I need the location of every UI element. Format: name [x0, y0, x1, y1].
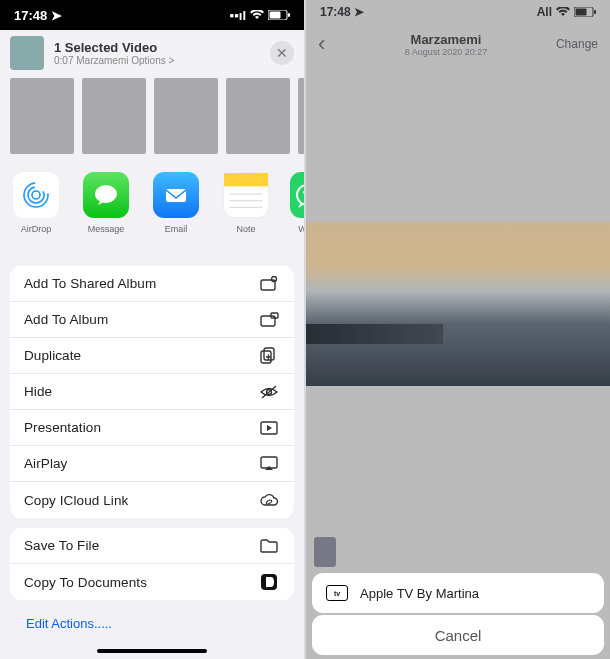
apple-tv-icon: [326, 585, 348, 601]
present-icon: [258, 421, 280, 435]
share-app-airdrop[interactable]: AirDrop: [10, 172, 62, 260]
row-label: AirPlay: [24, 456, 67, 471]
row-duplicate[interactable]: Duplicate: [10, 338, 294, 374]
message-icon: [83, 172, 129, 218]
thumbnail-tile[interactable]: [82, 78, 146, 154]
row-copy-to-documents[interactable]: Copy To Documents: [10, 564, 294, 600]
row-label: Copy To Documents: [24, 575, 147, 590]
signal-icon: ▪▪ıl: [230, 8, 246, 23]
share-app-whatsapp[interactable]: Wh: [290, 172, 304, 260]
row-save-to-file[interactable]: Save To File: [10, 528, 294, 564]
svg-point-6: [95, 185, 117, 203]
airdrop-icon: [13, 172, 59, 218]
app-label: Wh: [298, 224, 304, 234]
note-icon: [223, 172, 269, 218]
modal-overlay[interactable]: [306, 0, 610, 659]
cloud-icon: [258, 493, 280, 507]
row-label: Duplicate: [24, 348, 81, 363]
close-icon: ✕: [276, 45, 288, 61]
docs-icon: [258, 573, 280, 591]
duplicate-icon: [258, 347, 280, 365]
share-header: 1 Selected Video 0:07 Marzamemi Options …: [0, 30, 304, 76]
airplay-device-row[interactable]: Apple TV By Martina: [312, 573, 604, 613]
media-thumbnails: [0, 78, 304, 158]
device-name: Apple TV By Martina: [360, 586, 479, 601]
svg-point-12: [297, 185, 304, 205]
row-add-to-shared-album[interactable]: Add To Shared Album: [10, 266, 294, 302]
selected-count: 1 Selected Video: [54, 40, 270, 55]
row-label: Hide: [24, 384, 52, 399]
hide-icon: [258, 385, 280, 399]
row-label: Add To Shared Album: [24, 276, 156, 291]
svg-point-3: [32, 191, 40, 199]
wifi-icon: [250, 10, 264, 20]
cancel-label: Cancel: [435, 627, 482, 644]
row-add-to-album[interactable]: Add To Album: [10, 302, 294, 338]
thumbnail-tile[interactable]: [226, 78, 290, 154]
app-label: Email: [165, 224, 188, 234]
folder-icon: [258, 539, 280, 553]
action-group-1: Add To Shared Album Add To Album Duplica…: [10, 266, 294, 518]
svg-rect-8: [224, 173, 268, 186]
share-app-message[interactable]: Message: [80, 172, 132, 260]
whatsapp-icon: [290, 172, 304, 218]
app-label: Note: [236, 224, 255, 234]
row-copy-icloud-link[interactable]: Copy ICloud Link: [10, 482, 294, 518]
battery-icon: [268, 10, 290, 20]
airplay-icon: [258, 456, 280, 471]
status-time: 17:48: [14, 8, 47, 23]
header-thumbnail: [10, 36, 44, 70]
share-app-email[interactable]: Email: [150, 172, 202, 260]
home-indicator[interactable]: [97, 649, 207, 653]
location-icon: ➤: [51, 8, 62, 23]
row-airplay[interactable]: AirPlay: [10, 446, 294, 482]
svg-point-23: [266, 499, 273, 505]
svg-rect-2: [288, 13, 290, 17]
album-icon: [258, 312, 280, 328]
row-label: Save To File: [24, 538, 99, 553]
edit-actions-button[interactable]: Edit Actions.....: [10, 610, 294, 637]
thumbnail-tile[interactable]: [154, 78, 218, 154]
shared-album-icon: [258, 276, 280, 292]
cancel-button[interactable]: Cancel: [312, 615, 604, 655]
svg-rect-7: [166, 189, 186, 202]
app-label: Message: [88, 224, 125, 234]
svg-rect-1: [270, 12, 281, 19]
row-label: Copy ICloud Link: [24, 493, 128, 508]
row-label: Add To Album: [24, 312, 108, 327]
row-hide[interactable]: Hide: [10, 374, 294, 410]
row-label: Presentation: [24, 420, 101, 435]
share-sheet-pane: 17:48 ➤ ▪▪ıl 1 Selected Video 0:07 Marza…: [0, 0, 304, 659]
app-label: AirDrop: [21, 224, 52, 234]
share-app-note[interactable]: Note: [220, 172, 272, 260]
close-button[interactable]: ✕: [270, 41, 294, 65]
picker-thumbnail[interactable]: [314, 537, 336, 567]
airplay-dialog-pane: 17:48 ➤ All ‹ Marzamemi 8 August 2020 20…: [306, 0, 610, 659]
selected-subtitle[interactable]: 0:07 Marzamemi Options >: [54, 55, 270, 66]
svg-point-5: [19, 178, 53, 212]
share-apps-row: AirDrop Message Email Note Wh: [0, 172, 304, 260]
status-bar: 17:48 ➤ ▪▪ıl: [0, 0, 304, 30]
row-presentation[interactable]: Presentation: [10, 410, 294, 446]
action-list: Add To Shared Album Add To Album Duplica…: [10, 266, 294, 637]
thumbnail-tile[interactable]: [298, 78, 304, 154]
action-group-2: Save To File Copy To Documents: [10, 528, 294, 600]
email-icon: [153, 172, 199, 218]
thumbnail-tile[interactable]: [10, 78, 74, 154]
